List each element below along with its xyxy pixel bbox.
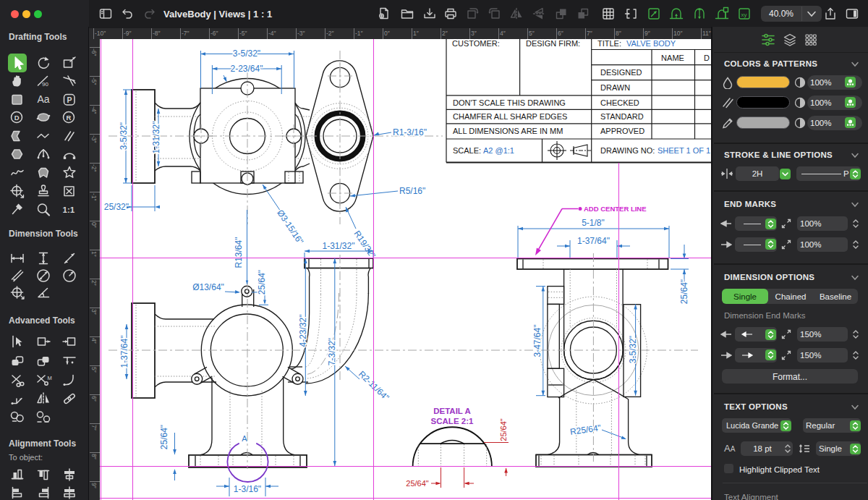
- svg-text:Ø3-15/16": Ø3-15/16": [275, 208, 305, 246]
- svg-text:25/32": 25/32": [104, 202, 129, 212]
- svg-text:2-23/64": 2-23/64": [231, 64, 263, 74]
- svg-text:3-47/64": 3-47/64": [532, 325, 542, 357]
- svg-text:25/64": 25/64": [406, 479, 429, 488]
- svg-text:R13/64": R13/64": [234, 237, 244, 268]
- svg-text:CUSTOMER:: CUSTOMER:: [452, 39, 500, 48]
- svg-text:CHAMFER ALL SHARP EDGES: CHAMFER ALL SHARP EDGES: [453, 112, 567, 121]
- svg-text:1-31/32": 1-31/32": [151, 122, 161, 154]
- svg-text:ALL DIMENSIONS ARE IN MM: ALL DIMENSIONS ARE IN MM: [453, 127, 563, 135]
- svg-text:DRAWN: DRAWN: [600, 83, 630, 92]
- svg-text:D: D: [14, 114, 20, 122]
- svg-text:xy: xy: [741, 12, 747, 18]
- svg-text:NAME: NAME: [661, 54, 684, 62]
- svg-text:3-5/32": 3-5/32": [233, 48, 260, 59]
- svg-text:SCALE 2:1: SCALE 2:1: [431, 417, 474, 425]
- svg-text:STANDARD: STANDARD: [600, 112, 644, 121]
- svg-text:SHEET 1 OF 1: SHEET 1 OF 1: [658, 146, 710, 155]
- svg-text:DESIGNED: DESIGNED: [600, 68, 642, 77]
- svg-text:3-5/32": 3-5/32": [628, 336, 638, 363]
- svg-text:VALVE BODY: VALVE BODY: [626, 39, 676, 48]
- svg-text:DETAIL A: DETAIL A: [433, 407, 471, 415]
- svg-text:4-23/32": 4-23/32": [298, 315, 308, 347]
- svg-text:TITLE:: TITLE:: [597, 39, 621, 48]
- svg-text:25/64": 25/64": [257, 270, 267, 295]
- svg-text:M: M: [48, 375, 52, 381]
- svg-text:R1-3/16": R1-3/16": [393, 127, 427, 137]
- svg-text:DRAWING NO:: DRAWING NO:: [600, 146, 655, 155]
- svg-text:1:1: 1:1: [63, 205, 75, 213]
- svg-text:P: P: [67, 96, 72, 104]
- svg-text:R: R: [67, 114, 72, 122]
- svg-text:1-37/64": 1-37/64": [119, 336, 129, 368]
- svg-text:A2 @1:1: A2 @1:1: [483, 146, 514, 155]
- svg-text:D: D: [704, 54, 710, 62]
- svg-text:1-31/32": 1-31/32": [323, 241, 355, 251]
- svg-text:R25/64": R25/64": [569, 423, 601, 437]
- svg-text:90: 90: [42, 81, 48, 88]
- svg-text:7-3/32": 7-3/32": [327, 338, 337, 365]
- svg-text:Ø13/64": Ø13/64": [192, 282, 224, 292]
- svg-text:DON'T SCALE THIS DRAWING: DON'T SCALE THIS DRAWING: [453, 98, 566, 107]
- svg-text:DESIGN FIRM:: DESIGN FIRM:: [526, 39, 580, 48]
- svg-text:ADD CENTER LINE: ADD CENTER LINE: [584, 205, 647, 213]
- svg-text:1-37/64": 1-37/64": [577, 236, 610, 246]
- svg-text:A: A: [242, 434, 247, 443]
- svg-text:R5/16": R5/16": [399, 186, 425, 196]
- svg-text:25/64": 25/64": [499, 418, 508, 441]
- svg-text:Aa: Aa: [38, 93, 50, 105]
- svg-text:1-3/16": 1-3/16": [234, 484, 261, 494]
- svg-text:SCALE:: SCALE:: [453, 146, 481, 155]
- svg-text:25/64": 25/64": [159, 425, 169, 449]
- svg-text:APPROVED: APPROVED: [600, 127, 644, 135]
- svg-text:3-5/32": 3-5/32": [119, 122, 129, 150]
- svg-text:5-1/8": 5-1/8": [582, 218, 605, 228]
- svg-text:25/64": 25/64": [679, 279, 689, 304]
- svg-text:CHECKED: CHECKED: [600, 98, 639, 107]
